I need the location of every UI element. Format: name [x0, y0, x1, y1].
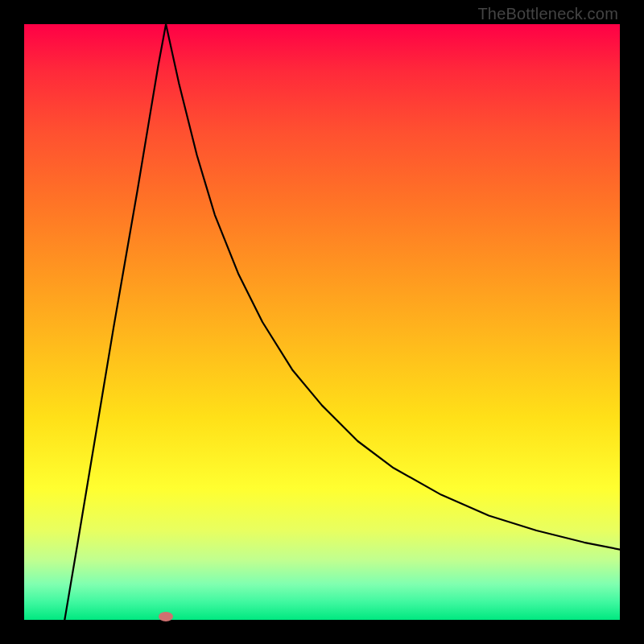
plot-area [24, 24, 620, 620]
watermark-text: TheBottleneck.com [477, 5, 618, 23]
